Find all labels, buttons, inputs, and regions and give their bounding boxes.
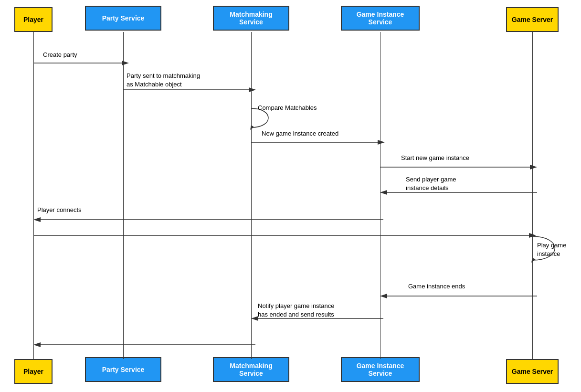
arrow-new-game-instance xyxy=(251,138,383,147)
label-party-sent: Party sent to matchmakingas Matchable ob… xyxy=(127,72,200,89)
svg-marker-8 xyxy=(530,165,537,170)
label-notify-player: Notify player game instancehas ended and… xyxy=(258,302,334,319)
arrow-player-to-server xyxy=(33,231,536,240)
lifeline-matchmaking xyxy=(251,32,252,359)
label-new-game-instance: New game instance created xyxy=(262,130,338,137)
svg-marker-1 xyxy=(122,61,129,65)
svg-marker-12 xyxy=(33,217,41,222)
actor-player-top: Player xyxy=(14,7,53,32)
arrow-final-player xyxy=(33,340,255,350)
arrow-send-player-details xyxy=(380,188,536,197)
label-compare-matchables: Compare Matchables xyxy=(258,104,317,111)
svg-marker-6 xyxy=(378,140,385,145)
arrow-create-party xyxy=(33,58,127,68)
actor-matchmaking-bottom: MatchmakingService xyxy=(213,357,289,382)
actor-game-instance-top: Game InstanceService xyxy=(341,6,420,31)
actor-party-top: Party Service xyxy=(85,6,161,31)
sequence-diagram: Player Party Service MatchmakingService … xyxy=(0,0,581,392)
arrow-game-instance-ends xyxy=(380,291,536,301)
svg-marker-17 xyxy=(380,294,387,298)
actor-matchmaking-top: MatchmakingService xyxy=(213,6,289,31)
actor-player-bottom: Player xyxy=(14,359,53,384)
arrow-player-connects xyxy=(33,215,383,224)
lifeline-party xyxy=(123,32,124,359)
lifeline-player xyxy=(33,32,34,359)
label-send-player-details: Send player gameinstance details xyxy=(406,175,456,192)
actor-party-bottom: Party Service xyxy=(85,357,161,382)
actor-game-server-top: Game Server xyxy=(506,7,559,32)
svg-marker-10 xyxy=(380,190,387,195)
label-player-connects: Player connects xyxy=(37,206,82,213)
svg-marker-19 xyxy=(251,316,258,321)
actor-game-instance-bottom: Game InstanceService xyxy=(341,357,420,382)
arrow-start-game-instance xyxy=(380,162,536,172)
svg-marker-3 xyxy=(249,87,256,92)
label-game-instance-ends: Game instance ends xyxy=(408,283,465,290)
label-create-party: Create party xyxy=(43,51,77,58)
svg-marker-21 xyxy=(33,342,41,347)
label-start-game-instance: Start new game instance xyxy=(401,154,469,161)
label-play-game-instance: Play gameinstance xyxy=(537,241,566,258)
actor-game-server-bottom: Game Server xyxy=(506,359,559,384)
